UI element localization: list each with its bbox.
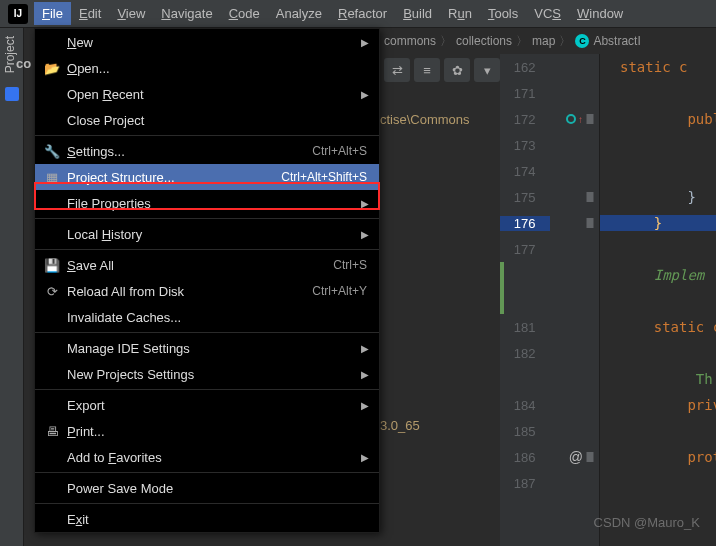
code-line: static c [600, 314, 716, 340]
breadcrumb-item[interactable]: map [532, 34, 555, 48]
menu-item-label: Reload All from Disk [67, 284, 312, 299]
menu-item-file[interactable]: File [34, 2, 71, 25]
line-number: 174 [500, 164, 550, 179]
code-text: Implem [600, 267, 704, 283]
menu-separator [35, 249, 379, 250]
menu-item-settings-[interactable]: 🔧Settings...Ctrl+Alt+S [35, 138, 379, 164]
menu-item-new[interactable]: New▶ [35, 29, 379, 55]
gutter-line: 177 [500, 236, 599, 262]
menu-item-export[interactable]: Export▶ [35, 392, 379, 418]
menu-item-tools[interactable]: Tools [480, 2, 526, 25]
menu-item-vcs[interactable]: VCS [526, 2, 569, 25]
menu-item-view[interactable]: View [109, 2, 153, 25]
menu-item-add-to-favorites[interactable]: Add to Favorites▶ [35, 444, 379, 470]
code-line [600, 340, 716, 366]
menu-item-analyze[interactable]: Analyze [268, 2, 330, 25]
gutter-line: 162 [500, 54, 599, 80]
class-icon [575, 34, 589, 48]
line-number: 181 [500, 320, 550, 335]
menu-item-invalidate-caches-[interactable]: Invalidate Caches... [35, 304, 379, 330]
menu-item-exit[interactable]: Exit [35, 506, 379, 532]
menu-item-power-save-mode[interactable]: Power Save Mode [35, 475, 379, 501]
fold-icon[interactable] [585, 218, 595, 228]
code-text: } [600, 189, 696, 205]
breadcrumb-item[interactable]: collections [456, 34, 512, 48]
menu-item-label: Print... [67, 424, 367, 439]
reload-icon: ⟳ [43, 284, 61, 299]
folder-icon: 📂 [43, 61, 61, 76]
menu-item-label: Add to Favorites [67, 450, 367, 465]
menu-item-save-all[interactable]: 💾Save AllCtrl+S [35, 252, 379, 278]
fold-icon[interactable] [585, 452, 595, 462]
gutter-line [500, 288, 599, 314]
chevron-right-icon: ▶ [361, 37, 369, 48]
chevron-right-icon: ▶ [361, 198, 369, 209]
menu-item-local-history[interactable]: Local History▶ [35, 221, 379, 247]
up-arrow-icon: ↑ [578, 114, 583, 125]
menu-item-close-project[interactable]: Close Project [35, 107, 379, 133]
gutter-line: 184 [500, 392, 599, 418]
code-line [600, 470, 716, 496]
sidebar-folder-icon[interactable] [5, 87, 19, 101]
chevron-right-icon: ▶ [361, 343, 369, 354]
line-number: 177 [500, 242, 550, 257]
line-number: 162 [500, 60, 550, 75]
menu-item-window[interactable]: Window [569, 2, 631, 25]
line-number: 187 [500, 476, 550, 491]
menu-item-navigate[interactable]: Navigate [153, 2, 220, 25]
breadcrumb-item[interactable]: commons [384, 34, 436, 48]
gutter-line: 181 [500, 314, 599, 340]
gutter-line: 187 [500, 470, 599, 496]
menu-item-manage-ide-settings[interactable]: Manage IDE Settings▶ [35, 335, 379, 361]
toolbar-button[interactable]: ≡ [414, 58, 440, 82]
menu-item-code[interactable]: Code [221, 2, 268, 25]
code-editor[interactable]: static c publ } } Implem static c Th pri… [600, 54, 716, 546]
ide-logo-icon [8, 4, 28, 24]
fold-icon[interactable] [585, 192, 595, 202]
gutter-line: 173 [500, 132, 599, 158]
menu-item-reload-all-from-disk[interactable]: ⟳Reload All from DiskCtrl+Alt+Y [35, 278, 379, 304]
menu-item-new-projects-settings[interactable]: New Projects Settings▶ [35, 361, 379, 387]
menu-item-project-structure-[interactable]: ▦Project Structure...Ctrl+Alt+Shift+S [35, 164, 379, 190]
menu-item-open-[interactable]: 📂Open... [35, 55, 379, 81]
fold-icon[interactable] [585, 114, 595, 124]
code-text: prot [600, 449, 716, 465]
menu-item-edit[interactable]: Edit [71, 2, 109, 25]
chevron-right-icon: ▶ [361, 452, 369, 463]
menu-item-file-properties[interactable]: File Properties▶ [35, 190, 379, 216]
line-number: 182 [500, 346, 550, 361]
breadcrumb-item[interactable]: AbstractI [593, 34, 640, 48]
code-line: prot [600, 444, 716, 470]
menu-item-label: Export [67, 398, 367, 413]
save-icon: 💾 [43, 258, 61, 273]
chevron-right-icon: ▶ [361, 400, 369, 411]
toolbar-button[interactable]: ⇄ [384, 58, 410, 82]
chevron-right-icon: ▶ [361, 369, 369, 380]
menu-item-label: Invalidate Caches... [67, 310, 367, 325]
menu-item-label: Open Recent [67, 87, 367, 102]
code-line: Implem [600, 262, 716, 288]
menu-item-print-[interactable]: 🖶Print... [35, 418, 379, 444]
line-number: 172 [500, 112, 550, 127]
background-path-text: ctise\Commons [380, 112, 470, 127]
menu-item-refactor[interactable]: Refactor [330, 2, 395, 25]
gutter-line: 176 [500, 210, 599, 236]
menu-item-label: Exit [67, 512, 367, 527]
code-line [600, 80, 716, 106]
annotation-icon: @ [569, 449, 583, 465]
settings-button[interactable]: ✿ [444, 58, 470, 82]
menu-shortcut: Ctrl+Alt+S [312, 144, 367, 158]
menu-item-open-recent[interactable]: Open Recent▶ [35, 81, 379, 107]
background-version-text: 3.0_65 [380, 418, 420, 433]
menu-item-label: Project Structure... [67, 170, 281, 185]
chevron-right-icon [557, 33, 573, 50]
code-line: Th [600, 366, 716, 392]
menu-item-build[interactable]: Build [395, 2, 440, 25]
chevron-right-icon: ▶ [361, 89, 369, 100]
chevron-right-icon [438, 33, 454, 50]
project-tool-tab[interactable]: Project [0, 28, 20, 81]
menu-item-run[interactable]: Run [440, 2, 480, 25]
menu-separator [35, 503, 379, 504]
code-line: } [600, 184, 716, 210]
dropdown-button[interactable]: ▾ [474, 58, 500, 82]
